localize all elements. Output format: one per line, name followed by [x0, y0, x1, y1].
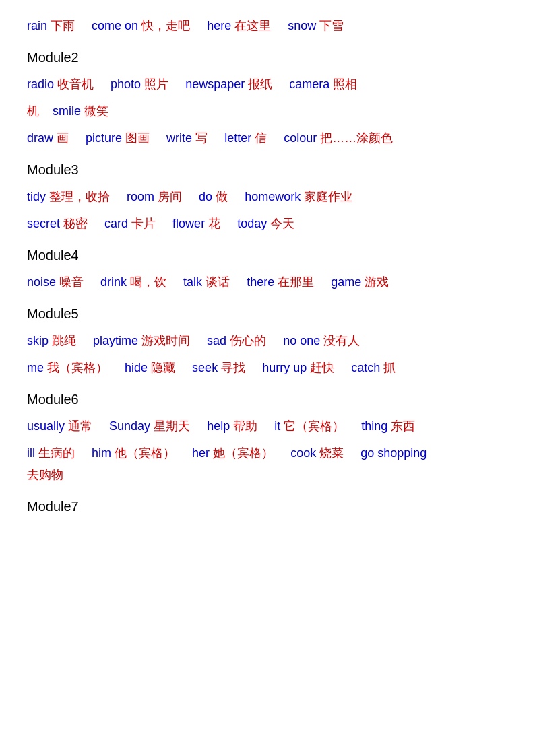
vocab-line-9: usually 通常 Sunday 星期天 help 帮助 it 它（宾格） t… [27, 414, 508, 438]
word-group: skip 跳绳 [27, 334, 80, 347]
word-group: cook 烧菜 [290, 446, 347, 460]
word-group: photo 照片 [111, 77, 172, 91]
word-group: me 我（宾格） [27, 361, 111, 374]
module3-title: Module3 [27, 162, 508, 178]
word-group: seek 寻找 [192, 361, 249, 374]
word-group: usually 通常 [27, 419, 96, 433]
word-group: do 做 [199, 190, 231, 203]
word-group: here 在这里 [207, 19, 274, 32]
word-group: drink 喝，饮 [100, 275, 170, 289]
module4-title: Module4 [27, 248, 508, 263]
module5-title: Module5 [27, 306, 508, 322]
word-group: hide 隐藏 [125, 361, 179, 374]
word-group: ill 生病的 [27, 446, 78, 460]
vocab-line-8: me 我（宾格） hide 隐藏 seek 寻找 hurry up 赶快 cat… [27, 355, 508, 380]
vocab-line-7: skip 跳绳 playtime 游戏时间 sad 伤心的 no one 没有人 [27, 329, 508, 353]
word-group: there 在那里 [247, 275, 317, 289]
vocab-line-3: draw 画 picture 图画 write 写 letter 信 colou… [27, 126, 508, 150]
vocab-line-10b: 去购物 [27, 462, 508, 487]
word-group: room 房间 [127, 190, 185, 203]
word-group: playtime 游戏时间 [93, 334, 193, 347]
word-group: today 今天 [237, 217, 294, 230]
vocab-line-2: radio 收音机 photo 照片 newspaper 报纸 camera 照… [27, 72, 508, 96]
word-group: newspaper 报纸 [185, 77, 276, 91]
word-group: thing 东西 [361, 419, 415, 433]
word-group: talk 谈话 [183, 275, 233, 289]
word-group: tidy 整理，收拾 [27, 190, 113, 203]
word-group: sad 伤心的 [207, 334, 270, 347]
vocab-line-5: secret 秘密 card 卡片 flower 花 today 今天 [27, 211, 508, 236]
module7-title: Module7 [27, 499, 508, 514]
word-group: noise 噪音 [27, 275, 87, 289]
vocab-line-1: rain 下雨 come on 快，走吧 here 在这里 snow 下雪 [27, 13, 508, 38]
word-group: come on 快，走吧 [92, 19, 193, 32]
word-group: snow 下雪 [288, 19, 344, 32]
word-group: colour 把……涂颜色 [284, 131, 393, 145]
vocab-line-6: noise 噪音 drink 喝，饮 talk 谈话 there 在那里 gam… [27, 270, 508, 294]
word-group: rain 下雨 [27, 19, 78, 32]
vocab-line-2b: 机 smile 微笑 [27, 99, 508, 123]
word-group: letter 信 [224, 131, 270, 145]
word-group: secret 秘密 [27, 217, 91, 230]
module2-title: Module2 [27, 50, 508, 65]
word-group: homework 家庭作业 [245, 190, 352, 203]
vocab-line-4: tidy 整理，收拾 room 房间 do 做 homework 家庭作业 [27, 184, 508, 209]
word-group: her 她（宾格） [192, 446, 277, 460]
word-group: him 他（宾格） [92, 446, 179, 460]
word-group: camera 照相 [289, 77, 357, 91]
word-group: catch 抓 [351, 361, 396, 374]
word-group: no one 没有人 [283, 334, 360, 347]
word-group: write 写 [166, 131, 211, 145]
word-group: help 帮助 [207, 419, 261, 433]
word-group: smile 微笑 [53, 104, 108, 118]
word-group: flower 花 [172, 217, 224, 230]
word-group: it 它（宾格） [274, 419, 348, 433]
word-group: hurry up 赶快 [262, 361, 338, 374]
word-group: picture 图画 [86, 131, 153, 145]
word-group: game 游戏 [331, 275, 389, 289]
vocab-line-10: ill 生病的 him 他（宾格） her 她（宾格） cook 烧菜 go s… [27, 441, 508, 465]
word-group: radio 收音机 [27, 77, 97, 91]
word-group: card 卡片 [104, 217, 159, 230]
page-content: rain 下雨 come on 快，走吧 here 在这里 snow 下雪 Mo… [27, 13, 508, 514]
word-group: draw 画 [27, 131, 72, 145]
module6-title: Module6 [27, 392, 508, 407]
word-group: Sunday 星期天 [109, 419, 193, 433]
word-group: go shopping [360, 446, 427, 460]
